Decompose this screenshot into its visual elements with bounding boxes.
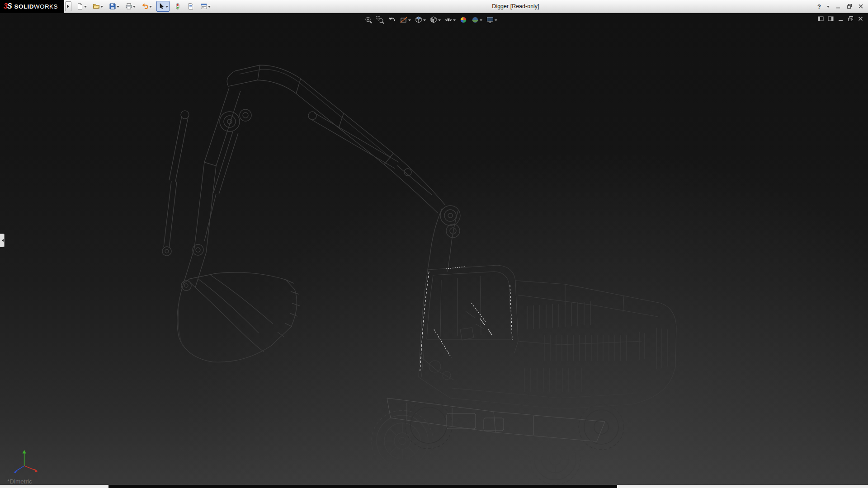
pane-left-button[interactable] xyxy=(818,16,824,22)
chevron-left-icon xyxy=(0,239,4,242)
standard-toolbar xyxy=(71,1,212,12)
maximize-button[interactable] xyxy=(847,4,852,9)
select-tool-button[interactable] xyxy=(156,1,170,12)
section-view-icon xyxy=(400,16,408,24)
pane-right-button[interactable] xyxy=(828,16,834,22)
close-document-button[interactable] xyxy=(858,16,863,22)
previous-view-icon xyxy=(388,16,396,24)
save-icon xyxy=(109,3,116,10)
display-style-button[interactable] xyxy=(429,15,442,25)
edit-appearance-button[interactable] xyxy=(458,15,468,25)
orientation-label: *Dimetric xyxy=(7,478,32,485)
apply-scene-icon xyxy=(471,16,479,24)
dropdown-arrow-icon[interactable] xyxy=(117,6,119,9)
dropdown-arrow-icon[interactable] xyxy=(495,19,497,23)
solidworks-window: 3S SOLIDWORKS xyxy=(0,0,868,488)
rebuild-button[interactable] xyxy=(173,1,183,12)
new-document-icon xyxy=(76,3,84,10)
pane-left-icon xyxy=(818,16,824,22)
view-settings-monitor-icon xyxy=(486,16,494,24)
help-dropdown-arrow-icon[interactable] xyxy=(827,6,830,9)
display-style-cube-icon xyxy=(429,16,438,24)
minimize-document-icon xyxy=(838,16,844,22)
window-controls: ? xyxy=(817,3,868,10)
dropdown-arrow-icon[interactable] xyxy=(165,6,168,9)
previous-view-button[interactable] xyxy=(387,15,397,25)
print-icon xyxy=(125,3,132,10)
minimize-icon xyxy=(835,4,841,9)
bottom-strip xyxy=(0,485,868,488)
options-form-icon xyxy=(200,3,208,10)
dropdown-arrow-icon[interactable] xyxy=(408,19,411,23)
select-cursor-icon xyxy=(158,3,165,10)
dropdown-arrow-icon[interactable] xyxy=(133,6,136,9)
open-folder-icon xyxy=(93,3,100,10)
pane-right-icon xyxy=(828,16,834,22)
apply-scene-button[interactable] xyxy=(470,15,483,25)
save-button[interactable] xyxy=(108,1,121,12)
brand-mark-icon: 3S xyxy=(4,2,12,10)
minimize-button[interactable] xyxy=(835,4,841,9)
hide-show-items-eye-icon xyxy=(444,16,453,24)
feature-tree-collapse-tab[interactable] xyxy=(0,234,5,247)
dropdown-arrow-icon[interactable] xyxy=(438,19,441,23)
file-properties-button[interactable] xyxy=(186,1,196,12)
hide-show-items-button[interactable] xyxy=(443,15,457,25)
zoom-to-area-button[interactable] xyxy=(375,15,385,25)
dropdown-arrow-icon[interactable] xyxy=(149,6,152,9)
restore-document-icon xyxy=(848,16,854,22)
view-orientation-cube-icon xyxy=(415,16,423,24)
zoom-to-fit-icon xyxy=(364,16,373,24)
chevron-right-icon xyxy=(67,5,71,8)
solidworks-logo: 3S SOLIDWORKS xyxy=(0,0,64,13)
edit-appearance-sphere-icon xyxy=(459,16,467,24)
heads-up-toolbar xyxy=(363,15,498,25)
restore-icon xyxy=(847,4,852,9)
bottom-strip-dark-segment xyxy=(108,485,617,488)
options-button[interactable] xyxy=(199,1,212,12)
zoom-to-fit-button[interactable] xyxy=(363,15,373,25)
minimize-document-button[interactable] xyxy=(838,16,844,22)
undo-icon xyxy=(142,3,149,10)
view-orientation-button[interactable] xyxy=(414,15,427,25)
undo-button[interactable] xyxy=(140,1,153,12)
graphics-viewport[interactable]: *Dimetric xyxy=(0,13,868,485)
document-title: Digger [Read-only] xyxy=(492,3,539,9)
restore-document-button[interactable] xyxy=(848,16,854,22)
document-window-controls xyxy=(818,16,863,22)
orientation-triad-icon xyxy=(9,445,42,475)
file-properties-icon xyxy=(187,3,194,10)
open-button[interactable] xyxy=(91,1,104,12)
print-button[interactable] xyxy=(124,1,137,12)
help-button[interactable]: ? xyxy=(817,3,821,10)
dropdown-arrow-icon[interactable] xyxy=(208,6,211,9)
menu-expand-button[interactable] xyxy=(65,1,71,11)
view-settings-button[interactable] xyxy=(485,15,498,25)
new-document-button[interactable] xyxy=(75,1,88,12)
dropdown-arrow-icon[interactable] xyxy=(84,6,87,9)
digger-wireframe-model[interactable] xyxy=(0,13,868,485)
dropdown-arrow-icon[interactable] xyxy=(453,19,456,23)
dropdown-arrow-icon[interactable] xyxy=(480,19,482,23)
close-icon xyxy=(858,4,863,9)
dropdown-arrow-icon[interactable] xyxy=(100,6,103,9)
close-document-icon xyxy=(858,16,863,22)
rebuild-traffic-light-icon xyxy=(174,3,181,10)
dropdown-arrow-icon[interactable] xyxy=(423,19,426,23)
menu-bar: 3S SOLIDWORKS xyxy=(0,0,868,13)
brand-name: SOLIDWORKS xyxy=(14,3,58,10)
zoom-to-area-icon xyxy=(376,16,384,24)
close-button[interactable] xyxy=(858,4,863,9)
section-view-button[interactable] xyxy=(399,15,412,25)
